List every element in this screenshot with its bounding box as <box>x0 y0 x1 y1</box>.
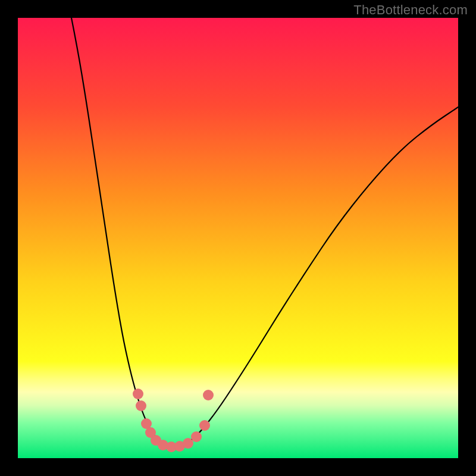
watermark-text: TheBottleneck.com <box>353 2 468 18</box>
scatter-dot <box>183 438 193 449</box>
scatter-dot <box>136 400 146 411</box>
scatter-dot <box>199 420 210 431</box>
plot-area <box>18 18 458 458</box>
chart-svg <box>18 18 458 458</box>
scatter-dot <box>203 390 214 400</box>
outer-frame: TheBottleneck.com <box>0 0 476 476</box>
scatter-dot <box>191 431 202 442</box>
scatter-dot <box>133 389 143 399</box>
